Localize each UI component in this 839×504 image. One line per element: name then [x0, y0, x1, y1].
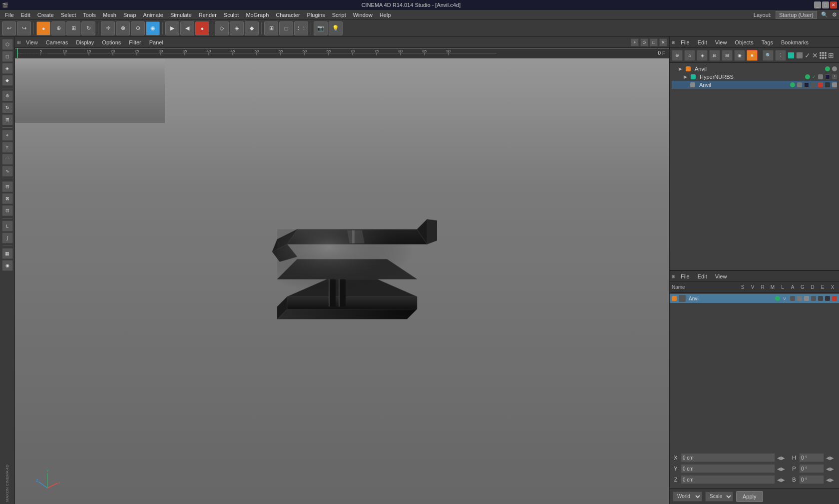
vp-display-menu[interactable]: Display	[73, 39, 97, 46]
tree-item-anvil-root[interactable]: ▶ Anvil	[672, 65, 837, 73]
menu-file[interactable]: File	[2, 11, 17, 19]
move-tool[interactable]: ⊕	[51, 21, 65, 35]
minimize-button[interactable]: _	[814, 1, 821, 8]
scale-dropdown[interactable]: Scale Size	[705, 492, 733, 502]
viewport[interactable]: ⊞ View Cameras Display Options Filter Pa…	[15, 37, 669, 504]
obj-view-menu[interactable]: View	[712, 39, 730, 46]
coord-p-rot[interactable]	[799, 464, 824, 473]
menu-render[interactable]: Render	[196, 11, 220, 19]
redo-button[interactable]: ↪	[17, 21, 31, 35]
render-to-po[interactable]: ⊙	[131, 21, 145, 35]
obj-icon-4[interactable]: ⊟	[709, 50, 720, 61]
left-tool-1[interactable]: ⬡	[2, 39, 13, 50]
obj-icon-1[interactable]: ⊕	[672, 50, 683, 61]
vp-filter-menu[interactable]: Filter	[126, 39, 144, 46]
left-tool-2[interactable]: ◻	[2, 51, 13, 62]
obj-tags-menu[interactable]: Tags	[759, 39, 776, 46]
menu-snap[interactable]: Snap	[120, 11, 139, 19]
menu-select[interactable]: Select	[58, 11, 79, 19]
left-tool-14[interactable]: ⊡	[2, 205, 13, 216]
menu-mesh[interactable]: Mesh	[100, 11, 119, 19]
apply-button[interactable]: Apply	[736, 491, 763, 502]
menu-edit[interactable]: Edit	[18, 11, 33, 19]
rotate-tool[interactable]: ↻	[81, 21, 95, 35]
edge-mode[interactable]: ◈	[230, 21, 244, 35]
gear-icon[interactable]: ⚙	[832, 11, 837, 18]
xray-btn[interactable]: □	[279, 21, 293, 35]
left-tool-17[interactable]: ▦	[2, 248, 13, 259]
snap-btn[interactable]: ⊞	[264, 21, 278, 35]
left-tool-16[interactable]: ∫	[2, 233, 13, 244]
record[interactable]: ●	[195, 21, 209, 35]
left-tool-15[interactable]: L	[2, 221, 13, 232]
left-tool-6[interactable]: ↻	[2, 102, 13, 113]
vp-icon-2[interactable]: ⊙	[640, 38, 648, 46]
vp-icon-4[interactable]: ✕	[659, 38, 667, 46]
obj-icon-7[interactable]: ■	[747, 50, 758, 61]
menu-tools[interactable]: Tools	[80, 11, 99, 19]
menu-plugins[interactable]: Plugins	[304, 11, 328, 19]
obj-edit-menu[interactable]: Edit	[695, 39, 710, 46]
left-tool-13[interactable]: ⊠	[2, 193, 13, 204]
left-tool-8[interactable]: ⌖	[2, 130, 13, 141]
play-backward[interactable]: ◀	[180, 21, 194, 35]
maximize-button[interactable]: □	[822, 1, 829, 8]
viewport-canvas[interactable]: Perspective	[15, 48, 669, 504]
obj-icon-2[interactable]: ⌂	[684, 50, 695, 61]
left-tool-7[interactable]: ⊞	[2, 114, 13, 125]
vp-icon-3[interactable]: □	[650, 38, 658, 46]
render-region[interactable]: ⊗	[116, 21, 130, 35]
light-btn[interactable]: 💡	[329, 21, 343, 35]
vp-cameras-menu[interactable]: Cameras	[43, 39, 71, 46]
menu-mograph[interactable]: MoGraph	[243, 11, 272, 19]
tree-item-hypernurbs[interactable]: ▶ HyperNURBS ✓ ⋮	[672, 73, 837, 81]
attr-edit[interactable]: Edit	[695, 273, 710, 280]
undo-button[interactable]: ↩	[2, 21, 16, 35]
obj-bookmarks-menu[interactable]: Bookmarks	[778, 39, 812, 46]
menu-simulate[interactable]: Simulate	[167, 11, 195, 19]
obj-objects-menu[interactable]: Objects	[732, 39, 756, 46]
vp-options-menu[interactable]: Options	[99, 39, 124, 46]
obj-icon-3[interactable]: ◈	[697, 50, 708, 61]
camera-btn[interactable]: 📷	[314, 21, 328, 35]
poly-mode[interactable]: ◆	[245, 21, 259, 35]
render-active[interactable]: ◉	[146, 21, 160, 35]
obj-row-anvil[interactable]: Anvil V	[670, 294, 839, 303]
transform-tool[interactable]: ✛	[101, 21, 115, 35]
coord-x-pos[interactable]	[681, 453, 775, 462]
anvil-object[interactable]	[247, 179, 437, 355]
menu-help[interactable]: Help	[377, 11, 394, 19]
vp-icon-1[interactable]: +	[631, 38, 639, 46]
vp-panel-menu[interactable]: Panel	[146, 39, 166, 46]
left-tool-9[interactable]: ⌗	[2, 142, 13, 153]
coord-b-rot[interactable]	[799, 475, 824, 484]
coord-y-pos[interactable]	[681, 464, 775, 473]
grid-btn[interactable]: ⋮⋮	[294, 21, 308, 35]
coord-z-pos[interactable]	[681, 475, 775, 484]
left-tool-3[interactable]: ◈	[2, 63, 13, 74]
object-tree[interactable]: ▶ Anvil ▶ HyperNURBS	[670, 63, 839, 270]
obj-icon-more[interactable]: ⋮	[775, 50, 786, 61]
coord-h-rot[interactable]	[799, 453, 824, 462]
attr-file[interactable]: File	[678, 273, 693, 280]
obj-search[interactable]: 🔍	[763, 50, 774, 61]
select-tool[interactable]: ●	[36, 21, 50, 35]
menu-create[interactable]: Create	[34, 11, 57, 19]
menu-window[interactable]: Window	[350, 11, 376, 19]
obj-file-menu[interactable]: File	[678, 39, 693, 46]
left-tool-11[interactable]: ∿	[2, 166, 13, 177]
menu-script[interactable]: Script	[329, 11, 349, 19]
close-button[interactable]: ✕	[830, 1, 837, 8]
left-tool-4[interactable]: ◆	[2, 75, 13, 86]
left-tool-12[interactable]: ⊟	[2, 181, 13, 192]
attr-view[interactable]: View	[712, 273, 730, 280]
left-tool-18[interactable]: ◉	[2, 260, 13, 271]
obj-icon-6[interactable]: ◉	[734, 50, 745, 61]
tree-item-anvil-mesh[interactable]: Anvil	[672, 81, 837, 89]
object-mode[interactable]: ◇	[215, 21, 229, 35]
timeline-ruler[interactable]: 0 5 10 15 20 25 30	[15, 48, 669, 58]
obj-icon-5[interactable]: ⊞	[722, 50, 733, 61]
left-tool-10[interactable]: ⋯	[2, 154, 13, 165]
scale-tool[interactable]: ⊞	[66, 21, 80, 35]
search-icon[interactable]: 🔍	[821, 11, 828, 18]
